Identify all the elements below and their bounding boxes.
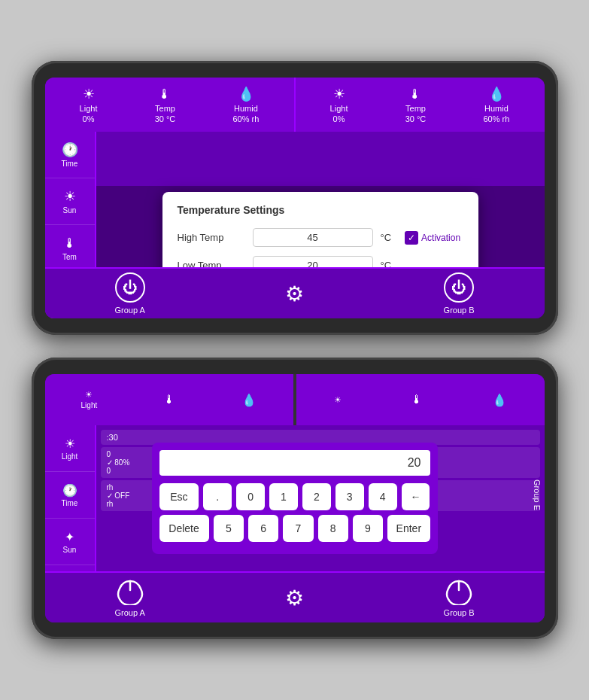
humid-label-1: Humid bbox=[234, 104, 258, 113]
activation-label: Activation bbox=[421, 233, 460, 243]
s2-light2: ☀ bbox=[334, 395, 342, 405]
group-b-label-2: Group B bbox=[444, 608, 475, 617]
s2-light: ☀ Light bbox=[81, 390, 98, 409]
high-temp-unit: °C bbox=[381, 232, 392, 243]
s2-temp2-icon: 🌡 bbox=[411, 393, 423, 406]
sun-icon: ☀ bbox=[64, 188, 76, 205]
numpad-0[interactable]: 0 bbox=[236, 483, 265, 510]
numpad-dot[interactable]: . bbox=[203, 483, 232, 510]
light-icon-1: ☀ bbox=[83, 86, 95, 102]
s2-temp-icon: 🌡 bbox=[163, 393, 175, 406]
temp-icon-1: 🌡 bbox=[158, 87, 172, 102]
temp-label-1: Temp bbox=[155, 104, 175, 113]
s2-light-label: Light bbox=[81, 401, 98, 409]
bottom-bar-1: ⏻ Group A ⚙ ⏻ Group B bbox=[45, 267, 545, 318]
s2-temp2: 🌡 bbox=[411, 393, 423, 406]
s2-humid: 💧 bbox=[241, 393, 257, 407]
group-b-button[interactable]: ⏻ Group B bbox=[444, 272, 475, 315]
group-a-button-2[interactable]: Group A bbox=[114, 578, 144, 617]
group-a-label-2: Group A bbox=[114, 608, 144, 617]
s2-temp: 🌡 bbox=[163, 393, 175, 406]
time-icon: 🕐 bbox=[62, 142, 78, 158]
light-label-2: Light bbox=[330, 104, 348, 113]
sidebar-time-label: Time bbox=[62, 160, 78, 168]
group-b-icon-2 bbox=[445, 578, 472, 605]
check-icon: ✓ bbox=[405, 231, 418, 245]
numpad-1[interactable]: 1 bbox=[269, 483, 298, 510]
sensor-bar-2: ☀ Light 🌡 💧 ☀ 🌡 💧 bbox=[45, 374, 545, 425]
high-temp-row: High Temp °C ✓ Activation bbox=[178, 228, 463, 247]
main-area-2: ☀ Light 🕐 Time ✦ Sun 20 bbox=[45, 425, 545, 571]
numpad-3[interactable]: 3 bbox=[335, 483, 364, 510]
dialog-title: Temperature Settings bbox=[178, 204, 463, 216]
group-a-button[interactable]: ⏻ Group A bbox=[114, 272, 144, 315]
sidebar-item-sun[interactable]: ☀ Sun bbox=[45, 178, 95, 225]
sensor-bar-1: ☀ Light 0% 🌡 Temp 30 °C 💧 Humid 60% rh bbox=[45, 78, 545, 132]
numpad-row-1: Esc . 0 1 2 3 4 ← bbox=[159, 483, 430, 510]
numpad-8[interactable]: 8 bbox=[318, 515, 348, 542]
s2-humid-icon: 💧 bbox=[241, 393, 257, 407]
s2-light2-icon: ☀ bbox=[334, 395, 342, 405]
numpad-5[interactable]: 5 bbox=[214, 515, 244, 542]
temp-icon-2: 🌡 bbox=[408, 87, 422, 102]
therm-icon: 🌡 bbox=[63, 236, 77, 251]
sidebar2-light[interactable]: ☀ Light bbox=[45, 425, 95, 472]
sensor-light-1: ☀ Light 0% bbox=[80, 86, 98, 123]
sidebar-temp-label: Tem bbox=[62, 253, 77, 261]
light-value-2: 0% bbox=[333, 114, 345, 123]
numpad-2[interactable]: 2 bbox=[302, 483, 331, 510]
temp-label-2: Temp bbox=[405, 104, 426, 113]
numpad-delete[interactable]: Delete bbox=[159, 515, 209, 542]
high-temp-input[interactable] bbox=[253, 228, 373, 247]
sidebar2-sun[interactable]: ✦ Sun bbox=[45, 519, 95, 565]
sensor-group-2: ☀ Light 0% 🌡 Temp 30 °C 💧 Humid 60% rh bbox=[296, 78, 545, 132]
light-label-1: Light bbox=[80, 104, 98, 113]
tablet-2: ☀ Light 🌡 💧 ☀ 🌡 💧 bbox=[32, 358, 558, 639]
numpad-area: 20 Esc . 0 1 2 3 4 ← Delete 5 bbox=[45, 476, 545, 520]
temp-value-2: 30 °C bbox=[405, 114, 427, 123]
tablet-1-screen: ☀ Light 0% 🌡 Temp 30 °C 💧 Humid 60% rh bbox=[45, 78, 545, 318]
numpad-backspace[interactable]: ← bbox=[402, 483, 430, 510]
light-icon-2: ☀ bbox=[333, 86, 345, 102]
sensor-temp-1: 🌡 Temp 30 °C bbox=[155, 87, 176, 123]
group-b-label: Group B bbox=[444, 306, 475, 315]
humid-icon-2: 💧 bbox=[488, 86, 505, 102]
sensor-humid-1: 💧 Humid 60% rh bbox=[233, 86, 260, 123]
group-b-button-2[interactable]: Group B bbox=[444, 578, 475, 617]
bottom-bar-2: Group A ⚙ Group B bbox=[45, 571, 545, 622]
numpad-esc[interactable]: Esc bbox=[159, 483, 199, 510]
humid-label-2: Humid bbox=[484, 104, 509, 113]
s2-humid2: 💧 bbox=[492, 393, 507, 407]
numpad-enter[interactable]: Enter bbox=[387, 515, 430, 542]
settings-gear-icon[interactable]: ⚙ bbox=[285, 282, 304, 306]
group-a-icon: ⏻ bbox=[115, 272, 145, 303]
numpad-row-2: Delete 5 6 7 8 9 Enter bbox=[159, 515, 430, 542]
group-b-icon: ⏻ bbox=[444, 272, 474, 303]
light-value-1: 0% bbox=[83, 114, 95, 123]
sidebar-item-time[interactable]: 🕐 Time bbox=[45, 132, 95, 178]
sensor-temp-2: 🌡 Temp 30 °C bbox=[405, 87, 427, 123]
numpad-6[interactable]: 6 bbox=[248, 515, 278, 542]
humid-value-2: 60% rh bbox=[484, 114, 510, 123]
group-a-label: Group A bbox=[114, 306, 144, 315]
s2-sidebar-light-label: Light bbox=[62, 452, 78, 461]
s2-sidebar-light-icon: ☀ bbox=[65, 437, 75, 451]
tablet-2-screen: ☀ Light 🌡 💧 ☀ 🌡 💧 bbox=[45, 374, 545, 622]
numpad-7[interactable]: 7 bbox=[283, 515, 313, 542]
group-a-icon-2 bbox=[117, 578, 144, 605]
sensor-group-1: ☀ Light 0% 🌡 Temp 30 °C 💧 Humid 60% rh bbox=[45, 78, 296, 132]
temp-value-1: 30 °C bbox=[155, 114, 176, 123]
numpad-4[interactable]: 4 bbox=[369, 483, 397, 510]
s2-light-icon: ☀ bbox=[85, 390, 93, 400]
sidebar-item-temp[interactable]: 🌡 Tem bbox=[45, 225, 95, 272]
s2-sidebar-sun-label: Sun bbox=[63, 546, 77, 554]
activation-checkbox[interactable]: ✓ Activation bbox=[405, 231, 460, 245]
sensor-group-left-2: ☀ Light 🌡 💧 bbox=[45, 387, 293, 412]
s2-sidebar-sun-icon: ✦ bbox=[65, 530, 74, 544]
tablet-1: ☀ Light 0% 🌡 Temp 30 °C 💧 Humid 60% rh bbox=[32, 61, 558, 335]
sensor-group-right-2: ☀ 🌡 💧 bbox=[296, 390, 545, 410]
settings-icon-2[interactable]: ⚙ bbox=[285, 586, 304, 610]
humid-icon-1: 💧 bbox=[238, 86, 254, 102]
s2-humid2-icon: 💧 bbox=[492, 393, 507, 407]
numpad-9[interactable]: 9 bbox=[353, 515, 383, 542]
